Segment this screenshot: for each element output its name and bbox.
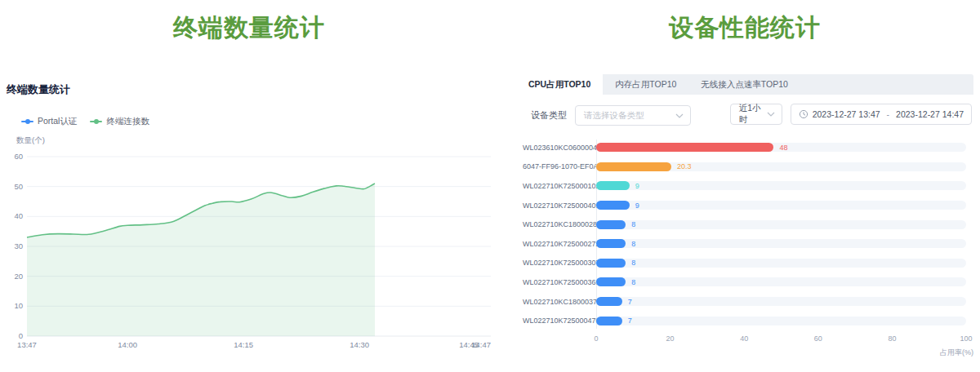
bar-track: 8 [596,239,966,248]
x-tick-label: 80 [888,334,896,343]
y-tick-label: 30 [14,241,23,250]
date-range-picker[interactable]: 2023-12-27 13:47 - 2023-12-27 14:47 [791,104,972,125]
bar-track: 48 [596,143,966,152]
bar-category-label: WL022710K725000102 [523,182,596,190]
bar-track: 7 [596,317,966,326]
time-range-value: 近1小时 [739,103,767,126]
bar-track: 8 [596,259,966,268]
bar-track: 9 [596,201,966,210]
y-axis-name: 数量(个) [16,135,45,144]
bar-track: 8 [596,220,966,229]
bar-value-label: 7 [628,298,632,306]
bar[interactable] [596,220,626,229]
bar-x-axis: 020406080100 [596,334,973,344]
legend-marker-terminal-icon [90,121,102,122]
bar-value-label: 8 [631,240,635,248]
bar-category-label: WL022710K725000470 [523,317,596,325]
chevron-down-icon [767,112,775,117]
y-tick-label: 60 [14,152,23,161]
x-tick-label: 40 [740,334,748,343]
y-tick-label: 50 [14,182,23,191]
legend-item-portal[interactable]: Portal认证 [21,116,77,127]
device-type-select[interactable]: 请选择设备类型 [575,105,691,126]
y-tick-label: 0 [19,331,23,340]
bar[interactable] [596,181,630,190]
bar-row: WL022710K7250002728 [523,234,973,254]
bar-row: WL022710K7250003078 [523,254,973,273]
terminal-card-title: 终端数量统计 [7,82,70,97]
legend-marker-portal-icon [21,121,33,122]
bar-value-label: 8 [631,220,635,228]
bar-category-label: WL022710K725000307 [523,259,596,267]
x-tick-label: 13:47 [17,340,37,349]
bar-category-label: WL022710KC18000280 [523,220,596,228]
bar-category-label: 6047-FF96-1070-EF0A [523,162,596,170]
x-tick-label: 14:47 [471,340,491,349]
bar-row: 6047-FF96-1070-EF0A20.3 [523,157,973,177]
bar-value-label: 9 [635,182,639,190]
date-start: 2023-12-27 13:47 [813,109,880,119]
device-type-filter: 设备类型 请选择设备类型 [531,105,691,126]
bar-category-label: WL022710K725000272 [523,240,596,248]
bar-row: WL022710K7250004707 [523,311,973,330]
bar-track: 20.3 [596,162,966,171]
tab-memory-top10[interactable]: 内存占用TOP10 [603,74,688,95]
bar[interactable] [596,259,626,268]
bar-value-label: 48 [779,144,787,152]
date-separator: - [887,109,890,119]
bar[interactable] [596,297,622,306]
bar[interactable] [596,201,630,210]
x-tick-label: 20 [666,334,675,343]
cpu-top10-bar-chart: WL023610KC06000043486047-FF96-1070-EF0A2… [523,138,973,358]
bar[interactable] [596,317,622,326]
device-perf-title: 设备性能统计 [516,11,973,45]
bar-row: WL022710KC180003727 [523,292,973,312]
bar-value-label: 9 [635,202,639,210]
tab-cpu-top10[interactable]: CPU占用TOP10 [516,74,603,95]
legend-label-terminal-count: 终端连接数 [106,116,149,127]
bar-value-label: 20.3 [677,162,692,170]
x-tick-label: 14:00 [118,340,137,349]
bar[interactable] [596,239,626,248]
bar-value-label: 8 [631,259,635,267]
bar-track: 9 [596,181,966,190]
device-type-label: 设备类型 [531,109,567,122]
bar-category-label: WL023610KC06000043 [523,144,596,152]
bar-value-label: 8 [631,278,635,286]
bar-category-label: WL022710K725000369 [523,278,596,286]
bar-value-label: 7 [628,317,632,325]
perf-tabbar: CPU占用TOP10 内存占用TOP10 无线接入点速率TOP10 [516,74,973,95]
bar-row: WL023610KC0600004348 [523,138,973,157]
bar-category-label: WL022710K725000409 [523,202,596,210]
bar-row: WL022710K7250003698 [523,272,973,292]
bar-row: WL022710K7250001029 [523,176,973,196]
legend-label-portal: Portal认证 [38,116,77,127]
x-tick-label: 0 [594,334,598,343]
legend-item-terminal-count[interactable]: 终端连接数 [90,116,149,127]
terminal-count-line-chart[interactable]: 0102030405060数量(个)13:4714:0014:1514:3014… [0,131,498,367]
bar[interactable] [596,277,626,286]
terminal-stats-title: 终端数量统计 [0,11,498,45]
time-range-select[interactable]: 近1小时 [730,104,782,125]
chevron-down-icon [675,113,684,118]
date-end: 2023-12-27 14:47 [896,109,964,119]
bar[interactable] [596,162,671,171]
y-tick-label: 20 [14,272,23,281]
tab-wireless-rate-top10[interactable]: 无线接入点速率TOP10 [688,74,800,95]
x-tick-label: 14:15 [234,340,253,349]
x-tick-label: 100 [960,334,972,343]
bar-track: 8 [596,277,966,286]
x-axis-name: 占用率(%) [523,348,973,358]
bar-track: 7 [596,297,966,306]
x-tick-label: 60 [814,334,822,343]
bar-row: WL022710KC180002808 [523,215,973,234]
bar-row: WL022710K7250004099 [523,196,973,215]
area-fill [27,184,375,336]
clock-icon [799,109,808,119]
y-tick-label: 10 [14,301,23,310]
bar[interactable] [596,143,773,152]
bar-category-label: WL022710KC18000372 [523,298,596,306]
chart-legend: Portal认证 终端连接数 [21,116,149,127]
x-tick-label: 14:30 [350,340,369,349]
time-controls: 近1小时 2023-12-27 13:47 - 2023-12-27 14:47 [730,104,972,125]
